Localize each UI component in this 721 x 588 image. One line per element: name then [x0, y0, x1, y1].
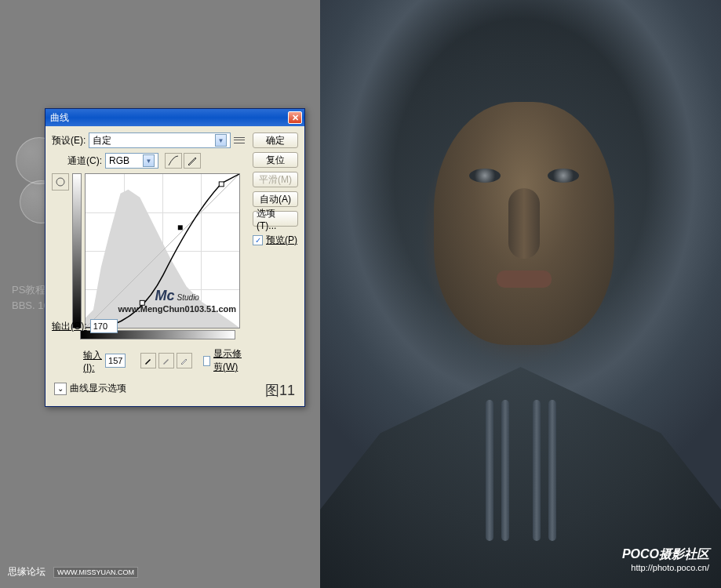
- figure-label: 图11: [265, 381, 295, 400]
- curve-point-icon: [168, 155, 179, 166]
- eye-right: [548, 169, 579, 183]
- on-image-adjust-button[interactable]: [52, 173, 69, 191]
- show-clipping-row: 显示修剪(W): [203, 347, 245, 374]
- pencil-curve-button[interactable]: [184, 153, 201, 169]
- input-input[interactable]: 157: [105, 354, 126, 368]
- preset-menu-button[interactable]: [234, 135, 245, 146]
- channel-row: 通道(C): RGB ▼: [67, 153, 245, 169]
- dialog-body: 预设(E): 自定 ▼ 通道(C): RGB ▼: [46, 126, 304, 406]
- curve-edit-modes: [165, 153, 201, 169]
- channel-label: 通道(C):: [67, 154, 102, 168]
- eyedropper-group: [140, 353, 192, 368]
- watermark-title: POCO摄影社区: [622, 546, 709, 563]
- dialog-right-column: 确定 复位 平滑(M) 自动(A) 选项(T)... ✓ 预览(P): [253, 132, 298, 400]
- eye-left: [469, 169, 501, 183]
- curve-point: [140, 300, 144, 305]
- image-canvas: POCO摄影社区 http://photo.poco.cn/: [320, 0, 721, 588]
- preview-checkbox[interactable]: ✓: [253, 235, 263, 245]
- eyedropper-icon: [144, 356, 153, 365]
- expand-label: 曲线显示选项: [70, 382, 126, 395]
- options-button[interactable]: 选项(T)...: [253, 211, 298, 227]
- watermark-bottom-left: 思缘论坛 WWW.MISSYUAN.COM: [8, 565, 138, 579]
- nose: [508, 188, 540, 259]
- smooth-button: 平滑(M): [253, 172, 298, 187]
- black-point-eyedropper[interactable]: [140, 353, 156, 368]
- curve-line: [86, 174, 239, 328]
- preset-value: 自定: [93, 134, 111, 147]
- face: [434, 102, 614, 345]
- gray-point-eyedropper[interactable]: [158, 353, 174, 368]
- chevron-down-icon: ▼: [215, 134, 227, 147]
- eyedropper-icon: [180, 356, 189, 365]
- show-clipping-checkbox[interactable]: [203, 356, 210, 366]
- preset-label: 预设(E):: [52, 134, 86, 147]
- close-button[interactable]: ✕: [288, 111, 302, 124]
- watermark-url-box: WWW.MISSYUAN.COM: [53, 567, 138, 578]
- watermark-bottom-right: POCO摄影社区 http://photo.poco.cn/: [622, 546, 709, 572]
- eyedropper-icon: [162, 356, 171, 365]
- curves-dialog: 曲线 ✕ 预设(E): 自定 ▼ 通道(C): RGB ▼: [45, 108, 305, 407]
- portrait-image: [320, 0, 721, 588]
- preview-row: ✓ 预览(P): [253, 234, 298, 247]
- white-point-eyedropper[interactable]: [177, 353, 192, 368]
- input-row: 输入(I): 157 显示修剪(W): [83, 347, 245, 374]
- preset-row: 预设(E): 自定 ▼: [52, 132, 245, 148]
- close-icon: ✕: [292, 113, 299, 123]
- auto-button[interactable]: 自动(A): [253, 191, 298, 207]
- y-axis-tools: [52, 173, 69, 328]
- output-row: 输出(O): 170: [52, 319, 245, 333]
- dialog-title: 曲线: [50, 111, 69, 125]
- expand-icon: ⌄: [54, 383, 67, 395]
- watermark-url: http://photo.poco.cn/: [622, 563, 709, 572]
- chevron-down-icon: ▼: [143, 154, 155, 167]
- input-label: 输入(I):: [83, 349, 102, 373]
- output-gradient-bar: [72, 173, 82, 328]
- preview-label: 预览(P): [266, 234, 297, 247]
- curve-point: [219, 182, 224, 187]
- show-clipping-label: 显示修剪(W): [213, 347, 245, 374]
- channel-select[interactable]: RGB ▼: [105, 153, 158, 169]
- pencil-icon: [187, 155, 198, 166]
- curve-point: [178, 225, 183, 230]
- preset-select[interactable]: 自定 ▼: [89, 132, 231, 148]
- curve-graph[interactable]: Mc Studio www.MengChun0103.51.com: [85, 173, 240, 328]
- reset-button[interactable]: 复位: [253, 152, 298, 168]
- dialog-titlebar[interactable]: 曲线 ✕: [46, 109, 304, 126]
- point-curve-button[interactable]: [165, 153, 182, 169]
- svg-point-0: [56, 178, 64, 186]
- output-input[interactable]: 170: [90, 319, 118, 333]
- hoodie-drawstrings: [466, 400, 576, 541]
- mouth: [497, 270, 552, 288]
- output-label: 输出(O):: [52, 320, 87, 333]
- ok-button[interactable]: 确定: [253, 132, 298, 148]
- curve-display-options-row[interactable]: ⌄ 曲线显示选项: [54, 382, 245, 400]
- watermark-text: 思缘论坛: [8, 565, 46, 579]
- curve-area: Mc Studio www.MengChun0103.51.com: [52, 173, 245, 328]
- hand-icon: [55, 176, 66, 187]
- dialog-left-column: 预设(E): 自定 ▼ 通道(C): RGB ▼: [52, 132, 245, 400]
- channel-value: RGB: [109, 155, 129, 166]
